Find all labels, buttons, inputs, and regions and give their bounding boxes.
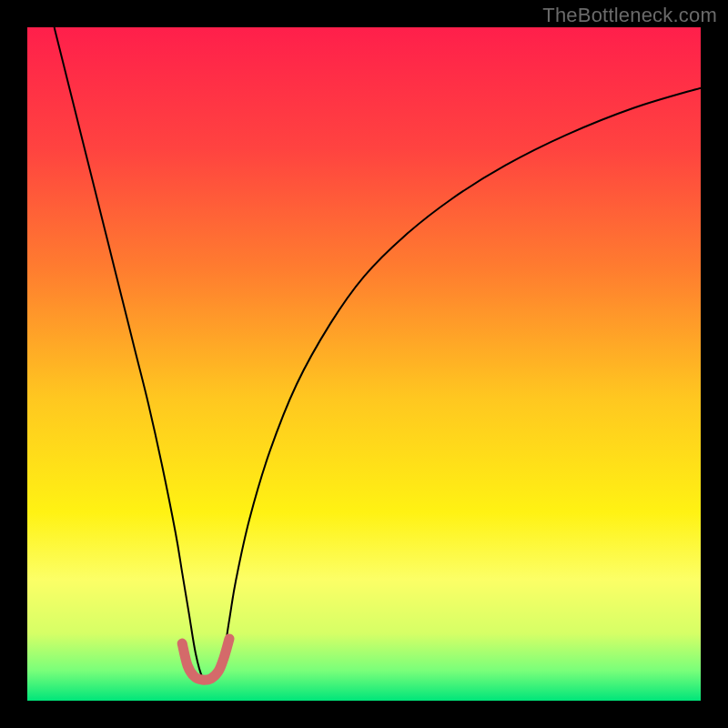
plot-area [27, 27, 701, 701]
chart-svg [27, 27, 701, 701]
chart-frame: TheBottleneck.com [0, 0, 728, 728]
watermark-text: TheBottleneck.com [542, 4, 717, 27]
gradient-background [27, 27, 701, 701]
